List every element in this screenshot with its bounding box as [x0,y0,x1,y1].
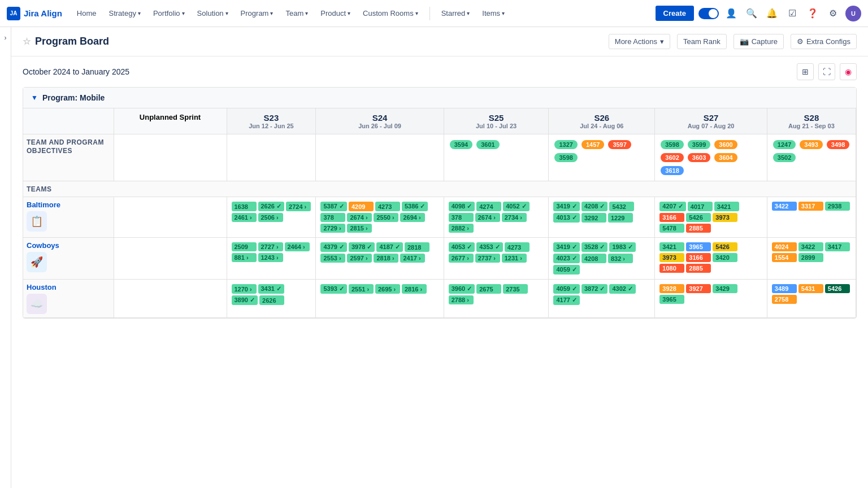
story-card[interactable]: 2509 [232,242,257,251]
team-name-cowboys[interactable]: Cowboys [27,241,110,250]
story-card[interactable]: 2899 [798,253,823,262]
story-card[interactable]: 378 [449,213,474,222]
story-card[interactable]: 3166 [686,253,711,262]
story-card[interactable]: 4059 ✓ [553,284,580,294]
story-card[interactable]: 5432 [609,202,634,211]
bell-icon[interactable]: 🔔 [764,6,780,21]
avatar[interactable]: U [845,6,861,21]
story-card[interactable]: 3166 [659,213,684,222]
story-card[interactable]: 3419 ✓ [553,242,580,252]
story-card[interactable]: 4274 [476,202,501,211]
story-card[interactable]: 3292 [581,213,606,223]
story-card[interactable]: 3420 [713,253,737,262]
story-card[interactable]: 4273 [505,242,530,252]
obj-badge[interactable]: 1457 [581,140,604,149]
story-card[interactable]: 5426 [713,242,737,251]
story-card[interactable]: 2675 [476,284,501,294]
story-card[interactable]: 3421 [659,242,684,251]
obj-badge[interactable]: 3597 [608,140,631,149]
nav-solution[interactable]: Solution▾ [192,6,234,21]
story-card[interactable]: 2464 › [285,242,310,251]
story-card[interactable]: 4302 ✓ [609,284,636,294]
color-wheel-icon[interactable]: ◉ [840,63,857,80]
story-card[interactable]: 2938 [825,202,850,211]
story-card[interactable]: 4187 ✓ [376,242,403,252]
story-card[interactable]: 1080 [659,264,684,273]
help-icon[interactable]: ❓ [805,6,821,21]
story-card[interactable]: 3965 [686,242,711,251]
story-card[interactable]: 3978 ✓ [349,242,375,252]
story-card[interactable]: 2694 › [400,213,425,222]
theme-toggle[interactable] [698,8,719,19]
story-card[interactable]: 4207 ✓ [659,202,686,211]
star-icon[interactable]: ☆ [23,36,31,47]
story-card[interactable]: 4013 ✓ [553,213,580,223]
obj-badge[interactable]: 1247 [773,140,796,149]
story-card[interactable]: 2551 › [349,284,374,294]
nav-team[interactable]: Team▾ [280,6,314,21]
story-card[interactable]: 2724 › [286,202,311,211]
story-card[interactable]: 3973 [659,253,684,262]
nav-strategy[interactable]: Strategy▾ [103,6,146,21]
story-card[interactable]: 5426 [825,284,850,293]
story-card[interactable]: 3960 ✓ [449,284,475,294]
story-card[interactable]: 3422 [798,242,823,251]
story-card[interactable]: 5386 ✓ [402,202,428,211]
story-card[interactable]: 2737 › [475,254,500,263]
story-card[interactable]: 2885 [686,224,711,233]
nav-items-menu[interactable]: Items▾ [476,6,510,21]
story-card[interactable]: 4098 ✓ [449,202,475,211]
nav-starred[interactable]: Starred▾ [436,6,476,21]
story-card[interactable]: 2818 [405,242,429,252]
story-card[interactable]: 4024 [772,242,797,251]
nav-home[interactable]: Home [71,6,102,21]
story-card[interactable]: 5393 ✓ [320,284,347,294]
story-card[interactable]: 4053 ✓ [449,242,475,252]
story-card[interactable]: 881 › [232,253,257,262]
story-card[interactable]: 4052 ✓ [503,202,530,211]
story-card[interactable]: 2885 [686,264,711,273]
story-card[interactable]: 4379 ✓ [320,242,347,252]
nav-program[interactable]: Program▾ [235,6,279,21]
nav-portfolio[interactable]: Portfolio▾ [147,6,190,21]
program-header[interactable]: ▼ Program: Mobile [23,88,856,108]
story-card[interactable]: 2674 › [475,213,500,222]
story-card[interactable]: 2626 [259,295,284,305]
obj-badge[interactable]: 3598 [661,140,683,149]
story-card[interactable]: 2506 › [258,213,283,222]
story-card[interactable]: 2758 [772,295,797,304]
obj-badge[interactable]: 1327 [554,140,577,149]
obj-badge[interactable]: 3599 [688,140,710,149]
story-card[interactable]: 2553 › [320,254,345,263]
logo[interactable]: JA Jira Align [7,7,62,20]
story-card[interactable]: 1229 [608,213,633,223]
nav-custom-rooms[interactable]: Custom Rooms▾ [357,6,424,21]
story-card[interactable]: 2677 › [449,254,474,263]
story-card[interactable]: 1243 › [258,253,283,262]
story-card[interactable]: 3317 [798,202,823,211]
story-card[interactable]: 4353 ✓ [476,242,503,252]
story-card[interactable]: 2695 › [375,284,400,294]
story-card[interactable]: 3528 ✓ [581,242,608,252]
person-icon[interactable]: 👤 [723,6,739,21]
story-card[interactable]: 3417 [825,242,850,251]
story-card[interactable]: 1231 › [502,254,527,263]
story-card[interactable]: 1270 › [232,284,257,294]
obj-badge[interactable]: 3601 [476,140,499,149]
obj-badge[interactable]: 3594 [450,140,472,149]
story-card[interactable]: 3973 [713,213,737,222]
obj-badge[interactable]: 3618 [661,166,683,175]
story-card[interactable]: 3928 [659,284,684,293]
settings-icon[interactable]: ⚙ [825,6,841,21]
story-card[interactable]: 3431 ✓ [258,284,285,294]
team-rank-button[interactable]: Team Rank [677,34,727,49]
expand-icon[interactable]: ⛶ [818,63,835,80]
extra-configs-button[interactable]: ⚙ Extra Configs [791,34,857,49]
story-card[interactable]: 3419 ✓ [553,202,580,211]
story-card[interactable]: 4209 [349,202,374,211]
story-card[interactable]: 378 [320,213,345,222]
story-card[interactable]: 2550 › [374,213,398,222]
story-card[interactable]: 1554 [772,253,797,262]
story-card[interactable]: 4273 [375,202,400,211]
story-card[interactable]: 1983 ✓ [609,242,636,252]
